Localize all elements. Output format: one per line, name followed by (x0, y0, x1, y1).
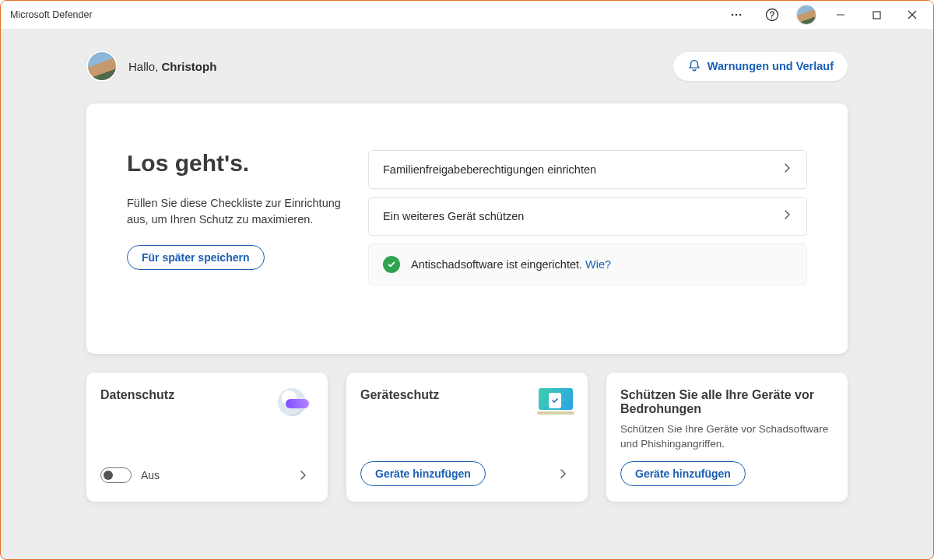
onboarding-card: Los geht's. Füllen Sie diese Checkliste … (86, 103, 848, 354)
onboarding-body: Füllen Sie diese Checkliste zur Einricht… (127, 195, 345, 228)
svg-point-1 (736, 14, 738, 16)
card-device-protection[interactable]: Geräteschutz Geräte hinzufügen (346, 373, 588, 502)
checklist-item-antimalware-done: Antischadsoftware ist eingerichtet. Wie? (368, 243, 807, 285)
maximize-button[interactable] (859, 1, 894, 29)
titlebar-avatar[interactable] (796, 5, 816, 25)
add-devices-button-2[interactable]: Geräte hinzufügen (620, 461, 746, 486)
titlebar: Microsoft Defender (1, 1, 933, 29)
check-circle-icon (383, 256, 400, 273)
window-title: Microsoft Defender (10, 9, 93, 20)
checklist-item-family-sharing[interactable]: Familienfreigabeberechtigungen einrichte… (368, 150, 807, 189)
help-button[interactable] (754, 1, 790, 29)
alerts-history-label: Warnungen und Verlauf (708, 60, 834, 72)
card-protect-all-desc: Schützen Sie Ihre Geräte vor Schadsoftwa… (620, 422, 834, 452)
card-privacy-open[interactable] (292, 464, 314, 486)
greeting-name: Christoph (162, 60, 217, 73)
privacy-toggle[interactable] (100, 467, 132, 483)
onboarding-heading: Los geht's. (127, 150, 345, 177)
bell-icon (687, 58, 701, 75)
card-device-title: Geräteschutz (360, 388, 530, 402)
svg-point-2 (739, 14, 742, 16)
minimize-button[interactable] (823, 1, 859, 29)
save-for-later-label: Für später speichern (142, 251, 250, 264)
card-protect-all[interactable]: Schützen Sie alle Ihre Geräte vor Bedroh… (606, 373, 848, 502)
chevron-right-icon (781, 163, 792, 177)
save-for-later-button[interactable]: Für später speichern (127, 245, 265, 270)
user-avatar[interactable] (86, 51, 118, 82)
close-button[interactable] (894, 1, 930, 29)
header-row: Hallo, Christoph Warnungen und Verlauf (86, 51, 848, 82)
alerts-history-button[interactable]: Warnungen und Verlauf (673, 52, 848, 81)
cards-row: Datenschutz Aus Geräteschutz (86, 373, 848, 502)
add-devices-button[interactable]: Geräte hinzufügen (360, 461, 486, 486)
card-protect-all-title: Schützen Sie alle Ihre Geräte vor Bedroh… (620, 388, 834, 416)
device-shield-icon (538, 388, 574, 416)
svg-point-0 (732, 14, 734, 16)
card-privacy-title: Datenschutz (100, 388, 270, 402)
svg-rect-6 (873, 12, 880, 19)
checklist-done-msg: Antischadsoftware ist eingerichtet. (411, 258, 585, 271)
more-options-button[interactable] (718, 1, 754, 29)
app-window: Microsoft Defender Hallo, Christoph (0, 0, 934, 560)
checklist-item-label: Ein weiteres Gerät schützen (383, 210, 781, 222)
greeting-prefix: Hallo, (128, 60, 162, 73)
checklist-item-label: Familienfreigabeberechtigungen einrichte… (383, 163, 781, 176)
add-devices-label: Geräte hinzufügen (375, 467, 471, 480)
how-link[interactable]: Wie? (585, 258, 611, 271)
greeting-text: Hallo, Christoph (128, 60, 216, 73)
card-device-open[interactable] (552, 463, 574, 485)
checklist-done-text: Antischadsoftware ist eingerichtet. Wie? (411, 258, 792, 271)
add-devices-label-2: Geräte hinzufügen (635, 467, 731, 480)
globe-privacy-icon (278, 388, 314, 416)
card-privacy[interactable]: Datenschutz Aus (86, 373, 328, 502)
checklist-item-protect-another-device[interactable]: Ein weiteres Gerät schützen (368, 197, 807, 236)
checklist: Familienfreigabeberechtigungen einrichte… (368, 150, 807, 293)
chevron-right-icon (781, 209, 792, 223)
content-area: Hallo, Christoph Warnungen und Verlauf L… (1, 29, 933, 559)
svg-point-4 (771, 17, 772, 18)
privacy-toggle-label: Aus (141, 469, 160, 481)
onboarding-left: Los geht's. Füllen Sie diese Checkliste … (127, 150, 345, 293)
